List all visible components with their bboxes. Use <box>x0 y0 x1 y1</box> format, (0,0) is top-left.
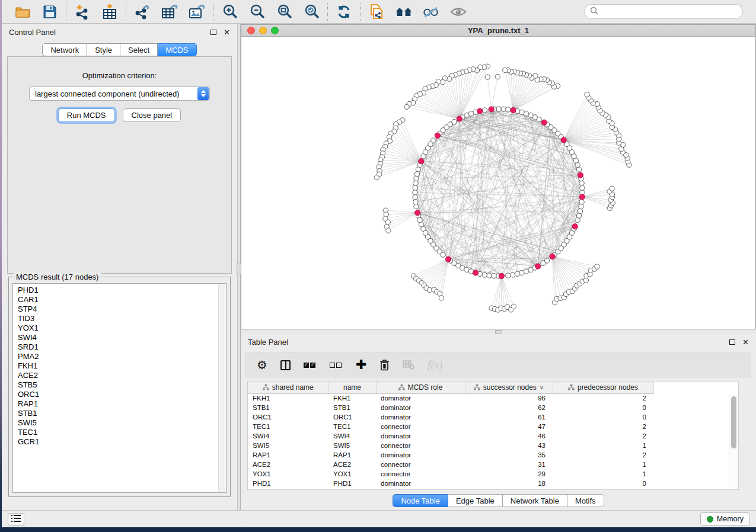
column-header-shared-name[interactable]: shared name <box>248 382 328 393</box>
show-columns-icon[interactable] <box>280 360 291 370</box>
close-panel-icon[interactable]: ✕ <box>224 28 230 36</box>
network-canvas[interactable] <box>241 37 755 329</box>
table-row[interactable]: YOX1 YOX1 connector 29 1 <box>248 469 653 479</box>
task-history-button[interactable] <box>8 513 24 525</box>
hierarchy-icon <box>474 384 480 390</box>
first-neighbors-icon[interactable] <box>395 4 412 20</box>
select-all-icon[interactable] <box>304 363 317 368</box>
column-header-predecessor-nodes[interactable]: predecessor nodes <box>553 382 653 393</box>
export-table-icon[interactable] <box>161 4 178 20</box>
mcds-result-box: MCDS result (17 nodes) PHD1CAR1STP4TID3Y… <box>8 277 231 497</box>
zoom-fit-icon[interactable] <box>276 4 292 20</box>
refresh-layout-icon[interactable] <box>336 4 352 20</box>
close-panel-button[interactable]: Close panel <box>123 108 181 122</box>
import-network-icon[interactable] <box>74 4 91 20</box>
delete-row-icon[interactable] <box>379 359 390 371</box>
tab-select[interactable]: Select <box>120 43 158 56</box>
mcds-result-item[interactable]: SWI5 <box>18 418 226 428</box>
table-row[interactable]: FKH1 FKH1 dominator 96 2 <box>248 393 653 403</box>
table-row[interactable]: PHD1 PHD1 dominator 18 0 <box>248 479 653 488</box>
show-all-icon[interactable] <box>450 4 467 20</box>
mcds-result-item[interactable]: SRD1 <box>18 342 226 352</box>
tab-network-table[interactable]: Network Table <box>503 494 567 507</box>
mcds-result-item[interactable]: RAP1 <box>18 399 226 409</box>
close-window-icon[interactable] <box>247 27 255 34</box>
zoom-in-icon[interactable] <box>221 4 238 20</box>
tab-motifs[interactable]: Motifs <box>567 494 604 507</box>
control-panel-tabs: Network Style Select MCDS <box>2 43 237 56</box>
maximize-window-icon[interactable] <box>271 27 279 34</box>
add-row-icon[interactable]: ✚ <box>356 358 366 371</box>
import-table-icon[interactable] <box>101 4 118 20</box>
hide-selected-icon[interactable] <box>423 4 439 20</box>
optimization-criterion-label: Optimization criterion: <box>8 71 231 80</box>
mcds-result-item[interactable]: GCR1 <box>18 437 226 447</box>
mcds-result-item[interactable]: STB5 <box>18 380 226 390</box>
table-row[interactable]: TEC1 TEC1 connector 47 2 <box>248 422 653 431</box>
node-table: shared name name MCDS role successor nod… <box>247 381 739 490</box>
mcds-result-item[interactable]: TID3 <box>18 314 226 323</box>
clone-network-icon[interactable] <box>368 4 385 20</box>
mcds-result-item[interactable]: YOX1 <box>18 323 226 333</box>
mcds-tab-content: Optimization criterion: largest connecte… <box>7 56 232 274</box>
horizontal-splitter[interactable] <box>241 329 756 334</box>
table-panel: Table Panel ✕ ⚙ ✚ <box>241 334 756 510</box>
mcds-result-item[interactable]: STP4 <box>18 305 226 314</box>
column-header-successor-nodes[interactable]: successor nodes ∨ <box>465 382 553 393</box>
search-input[interactable] <box>601 7 737 16</box>
network-graph <box>241 37 755 329</box>
search-icon <box>590 7 598 17</box>
search-field[interactable] <box>584 4 743 19</box>
table-row[interactable]: ACE2 ACE2 connector 31 1 <box>248 460 653 469</box>
minimize-window-icon[interactable] <box>259 27 267 34</box>
table-row[interactable]: STB1 STB1 dominator 62 0 <box>248 403 653 412</box>
mcds-result-item[interactable]: FKH1 <box>18 361 226 371</box>
mcds-result-item[interactable]: PHD1 <box>18 286 226 295</box>
deselect-all-icon[interactable] <box>330 363 343 368</box>
control-panel: Control Panel ✕ Network Style Select MCD… <box>2 24 237 510</box>
function-builder-icon: f(x) <box>428 359 442 371</box>
zoom-selected-icon[interactable] <box>303 4 320 20</box>
settings-icon[interactable]: ⚙ <box>257 359 267 371</box>
export-image-icon[interactable] <box>189 4 205 20</box>
optimization-criterion-select[interactable]: largest connected component (undirected) <box>29 86 210 101</box>
mcds-list-scrollbar[interactable] <box>218 284 225 492</box>
tab-mcds[interactable]: MCDS <box>158 43 196 56</box>
table-row[interactable]: RAP1 RAP1 dominator 35 2 <box>248 450 653 460</box>
run-mcds-button[interactable]: Run MCDS <box>58 108 115 122</box>
tab-network[interactable]: Network <box>42 43 87 56</box>
mcds-result-item[interactable]: CAR1 <box>18 295 226 305</box>
float-table-panel-icon[interactable] <box>729 339 735 345</box>
mcds-result-item[interactable]: PMA2 <box>18 352 226 361</box>
horizontal-splitter-grip[interactable] <box>495 330 502 334</box>
mcds-result-item[interactable]: ORC1 <box>18 390 226 399</box>
status-bar: Memory <box>2 510 756 527</box>
mcds-result-list[interactable]: PHD1CAR1STP4TID3YOX1SWI4SRD1PMA2FKH1ACE2… <box>12 283 227 493</box>
application-window: Control Panel ✕ Network Style Select MCD… <box>2 0 756 527</box>
mcds-result-item[interactable]: STB1 <box>18 409 226 418</box>
table-scrollbar[interactable] <box>729 394 738 489</box>
table-row[interactable]: SWI5 SWI5 connector 43 1 <box>248 441 653 450</box>
column-header-name[interactable]: name <box>328 382 376 393</box>
mcds-result-item[interactable]: ACE2 <box>18 371 226 380</box>
table-row[interactable]: ORC1 ORC1 dominator 61 0 <box>248 412 653 422</box>
mcds-result-item[interactable]: SWI4 <box>18 333 226 342</box>
tab-edge-table[interactable]: Edge Table <box>448 494 503 507</box>
mcds-result-item[interactable]: TEC1 <box>18 428 226 437</box>
open-session-icon[interactable] <box>14 4 31 20</box>
table-scrollbar-thumb[interactable] <box>731 396 736 448</box>
zoom-out-icon[interactable] <box>248 4 265 20</box>
tab-node-table[interactable]: Node Table <box>393 494 448 507</box>
export-network-icon[interactable] <box>134 4 151 20</box>
close-table-panel-icon[interactable]: ✕ <box>742 338 749 346</box>
network-title: YPA_prune.txt_1 <box>468 26 529 35</box>
tab-style[interactable]: Style <box>87 43 120 56</box>
hierarchy-icon <box>398 384 405 390</box>
network-titlebar[interactable]: YPA_prune.txt_1 <box>241 25 755 37</box>
column-header-mcds-role[interactable]: MCDS role <box>376 382 465 393</box>
network-window: YPA_prune.txt_1 <box>241 24 756 329</box>
memory-button[interactable]: Memory <box>700 512 750 525</box>
save-session-icon[interactable] <box>42 4 58 20</box>
table-row[interactable]: SWI4 SWI4 dominator 46 2 <box>248 431 653 441</box>
float-panel-icon[interactable] <box>210 30 216 35</box>
